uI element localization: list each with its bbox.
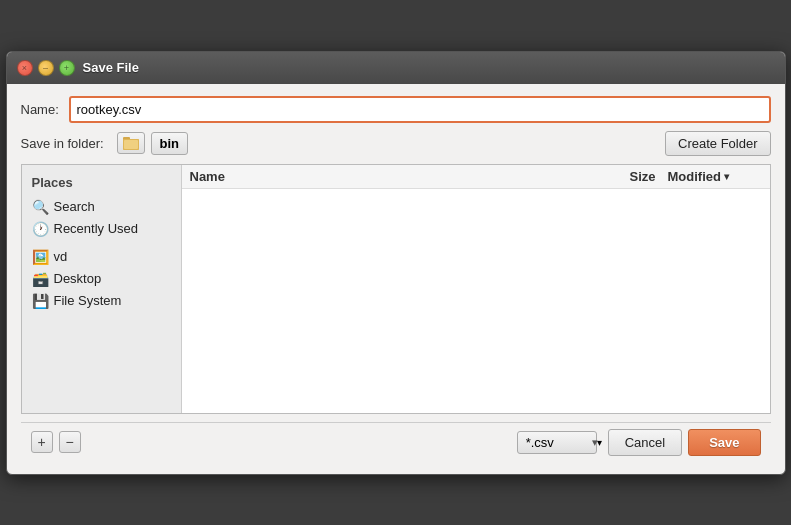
sidebar-item-desktop[interactable]: 🗃️ Desktop bbox=[22, 268, 181, 290]
create-folder-button[interactable]: Create Folder bbox=[665, 131, 770, 156]
close-button[interactable]: × bbox=[17, 60, 33, 76]
maximize-button[interactable]: + bbox=[59, 60, 75, 76]
file-content-area bbox=[182, 189, 770, 413]
action-buttons: Cancel Save bbox=[608, 429, 761, 456]
folder-row: Save in folder: bin Create Folder bbox=[21, 131, 771, 156]
folder-icon bbox=[123, 136, 139, 150]
sidebar-item-label-vd: vd bbox=[54, 249, 68, 264]
dialog-body: Name: Save in folder: bin Create Folder … bbox=[7, 84, 785, 474]
sidebar-item-filesystem[interactable]: 💾 File System bbox=[22, 290, 181, 312]
name-label: Name: bbox=[21, 102, 61, 117]
filter-select-wrapper: *.csv ▾ bbox=[517, 431, 602, 454]
file-area: Name Size Modified ▾ bbox=[182, 165, 770, 413]
filesystem-icon: 💾 bbox=[32, 293, 48, 309]
column-modified[interactable]: Modified ▾ bbox=[660, 165, 770, 188]
titlebar-buttons: × – + bbox=[17, 60, 75, 76]
folder-icon-button[interactable] bbox=[117, 132, 145, 154]
vd-icon: 🖼️ bbox=[32, 249, 48, 265]
titlebar: × – + Save File bbox=[7, 52, 785, 84]
add-place-button[interactable]: + bbox=[31, 431, 53, 453]
name-row: Name: bbox=[21, 96, 771, 123]
sidebar-item-label-desktop: Desktop bbox=[54, 271, 102, 286]
folder-label: Save in folder: bbox=[21, 136, 111, 151]
sidebar-item-label-filesystem: File System bbox=[54, 293, 122, 308]
svg-rect-3 bbox=[124, 140, 138, 149]
cancel-button[interactable]: Cancel bbox=[608, 429, 682, 456]
search-icon: 🔍 bbox=[32, 199, 48, 215]
main-area: Places 🔍 Search 🕐 Recently Used 🖼️ vd 🗃️… bbox=[21, 164, 771, 414]
sidebar-item-search[interactable]: 🔍 Search bbox=[22, 196, 181, 218]
remove-place-button[interactable]: − bbox=[59, 431, 81, 453]
sidebar-divider bbox=[22, 240, 181, 246]
file-list-header: Name Size Modified ▾ bbox=[182, 165, 770, 189]
sidebar-item-label-recently-used: Recently Used bbox=[54, 221, 139, 236]
column-name: Name bbox=[182, 165, 605, 188]
desktop-icon: 🗃️ bbox=[32, 271, 48, 287]
folder-chip[interactable]: bin bbox=[151, 132, 189, 155]
bottom-bar: + − *.csv ▾ Cancel Save bbox=[21, 422, 771, 462]
filter-select[interactable]: *.csv bbox=[517, 431, 597, 454]
dialog-title: Save File bbox=[83, 60, 139, 75]
filter-chevron-icon: ▾ bbox=[597, 437, 602, 448]
sidebar-item-recently-used[interactable]: 🕐 Recently Used bbox=[22, 218, 181, 240]
column-size: Size bbox=[605, 165, 660, 188]
save-file-dialog: × – + Save File Name: Save in folder: bi… bbox=[6, 51, 786, 475]
sidebar-header: Places bbox=[22, 171, 181, 196]
minimize-button[interactable]: – bbox=[38, 60, 54, 76]
sidebar-item-label-search: Search bbox=[54, 199, 95, 214]
sidebar: Places 🔍 Search 🕐 Recently Used 🖼️ vd 🗃️… bbox=[22, 165, 182, 413]
recently-used-icon: 🕐 bbox=[32, 221, 48, 237]
name-input[interactable] bbox=[69, 96, 771, 123]
sort-chevron-icon: ▾ bbox=[724, 171, 729, 182]
save-button[interactable]: Save bbox=[688, 429, 760, 456]
sidebar-item-vd[interactable]: 🖼️ vd bbox=[22, 246, 181, 268]
